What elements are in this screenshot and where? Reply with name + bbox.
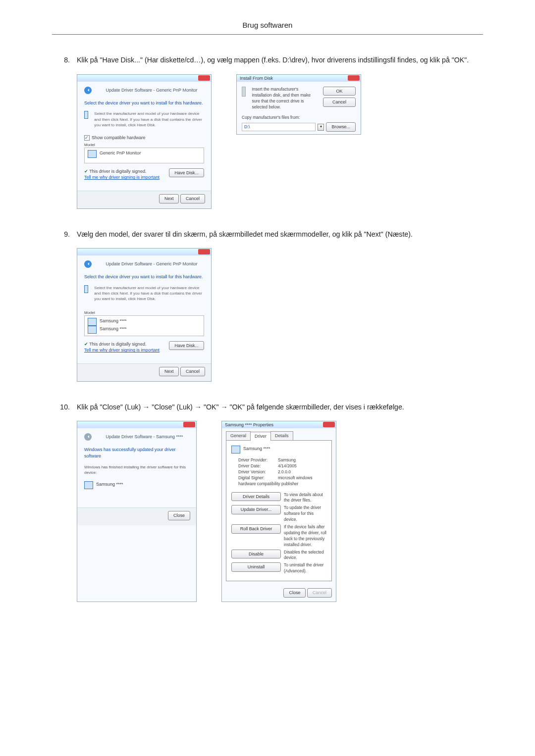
step-8-text: Klik på "Have Disk..." (Har diskette/cd…… [77, 55, 483, 65]
instruction: Select the device driver you want to ins… [84, 274, 204, 280]
cancel-button[interactable]: Cancel [180, 367, 205, 376]
ok-button[interactable]: OK [323, 87, 356, 96]
titlebar: Samsung **** Properties [222, 421, 336, 428]
show-compatible-checkbox[interactable] [84, 135, 90, 141]
have-disk-button[interactable]: Have Disk... [169, 341, 204, 351]
dialog-update-success: Update Driver Software - Samsung **** Wi… [77, 421, 197, 602]
model-item[interactable]: Samsung **** [100, 326, 127, 331]
why-signing-link[interactable]: Tell me why driver signing is important [84, 175, 160, 180]
update-driver-desc: To update the driver software for this d… [284, 505, 326, 523]
browse-button[interactable]: Browse... [326, 122, 356, 132]
step-8: 8. Klik på "Have Disk..." (Har diskette/… [52, 55, 483, 209]
success-heading: Windows has successfully updated your dr… [84, 447, 189, 459]
monitor-icon [84, 111, 88, 119]
tab-driver[interactable]: Driver [250, 432, 271, 441]
back-icon[interactable] [84, 87, 92, 94]
why-signing-link[interactable]: Tell me why driver signing is important [84, 348, 160, 353]
step-8-number: 8. [52, 55, 77, 209]
close-button[interactable]: Close [168, 511, 190, 520]
signed-label: ✔ [84, 342, 89, 347]
model-list[interactable]: Samsung **** Samsung **** [84, 315, 204, 336]
signer-label: Digital Signer: [238, 475, 278, 481]
tab-strip: GeneralDriverDetails [226, 431, 332, 440]
dialog-install-from-disk: Install From Disk Insert the manufacture… [236, 74, 361, 135]
uninstall-desc: To uninstall the driver (Advanced). [284, 562, 326, 574]
date-label: Driver Date: [238, 463, 278, 469]
show-compatible-label: Show compatible hardware [92, 135, 146, 140]
tab-general[interactable]: General [226, 431, 251, 440]
monitor-icon [84, 285, 88, 293]
step-9-number: 9. [52, 230, 77, 382]
instruction: Select the device driver you want to ins… [84, 100, 204, 106]
monitor-icon [231, 446, 240, 454]
back-icon[interactable] [84, 260, 92, 268]
header-rule [52, 34, 483, 35]
dialog-device-properties: Samsung **** Properties GeneralDriverDet… [221, 421, 336, 602]
cancel-button: Cancel [307, 588, 332, 598]
model-header: Model [84, 310, 204, 315]
copy-from-label: Copy manufacturer's files from: [242, 115, 356, 121]
provider-value: Samsung [278, 457, 296, 462]
uninstall-button[interactable]: Uninstall [231, 562, 281, 572]
instruction-sub: Select the manufacturer and model of you… [94, 285, 204, 302]
rollback-button[interactable]: Roll Back Driver [231, 524, 281, 534]
dialog-title: Samsung **** Properties [225, 422, 273, 428]
tab-details[interactable]: Details [270, 431, 293, 440]
install-message: Insert the manufacturer's installation d… [252, 87, 319, 110]
breadcrumb: Update Driver Software - Generic PnP Mon… [106, 261, 198, 266]
step-10-text: Klik på "Close" (Luk) → "Close" (Luk) → … [77, 403, 483, 412]
rollback-desc: If the device fails after updating the d… [284, 524, 326, 548]
path-dropdown-icon[interactable]: ▾ [318, 124, 324, 131]
dialog-update-driver-2: Update Driver Software - Generic PnP Mon… [77, 248, 212, 381]
driver-details-button[interactable]: Driver Details [231, 492, 281, 502]
step-9: 9. Vælg den model, der svarer til din sk… [52, 230, 483, 382]
instruction-sub: Select the manufacturer and model of you… [94, 111, 204, 128]
breadcrumb: Update Driver Software - Generic PnP Mon… [106, 88, 198, 93]
device-name: Samsung **** [243, 446, 270, 451]
signed-text: This driver is digitally signed. [89, 169, 146, 174]
step-10-number: 10. [52, 403, 77, 602]
signed-text: This driver is digitally signed. [89, 342, 146, 347]
version-label: Driver Version: [238, 469, 278, 475]
cancel-button[interactable]: Cancel [180, 194, 205, 203]
disk-icon [242, 87, 246, 97]
disable-button[interactable]: Disable [231, 550, 281, 559]
model-item[interactable]: Generic PnP Monitor [100, 151, 141, 155]
success-sub: Windows has finished installing the driv… [84, 464, 189, 475]
disable-desc: Disables the selected device. [284, 550, 326, 561]
device-name: Samsung **** [96, 482, 123, 487]
titlebar [77, 249, 211, 255]
page-header: Brug softwaren [52, 20, 483, 34]
step-10: 10. Klik på "Close" (Luk) → "Close" (Luk… [52, 403, 483, 602]
monitor-icon [88, 326, 97, 334]
have-disk-button[interactable]: Have Disk... [169, 168, 204, 178]
titlebar [77, 75, 211, 82]
breadcrumb: Update Driver Software - Samsung **** [106, 434, 183, 439]
model-header: Model [84, 142, 204, 148]
version-value: 2.0.0.0 [278, 469, 291, 474]
back-icon [84, 433, 92, 441]
monitor-icon [88, 150, 97, 158]
titlebar: Install From Disk [237, 75, 361, 82]
next-button[interactable]: Next [159, 367, 179, 376]
monitor-icon [84, 481, 93, 489]
step-9-text: Vælg den model, der svarer til din skærm… [77, 230, 483, 240]
monitor-icon [88, 318, 97, 326]
model-list[interactable]: Generic PnP Monitor [84, 148, 204, 163]
close-button[interactable]: Close [283, 588, 306, 598]
driver-details-desc: To view details about the driver files. [284, 492, 326, 504]
signed-label: ✔ [84, 169, 89, 174]
next-button[interactable]: Next [159, 194, 179, 203]
date-value: 4/14/2005 [278, 463, 297, 468]
dialog-title: Install From Disk [240, 75, 273, 82]
path-input[interactable]: D:\ [242, 123, 316, 131]
cancel-button[interactable]: Cancel [323, 98, 356, 107]
titlebar [77, 421, 196, 428]
provider-label: Driver Provider: [238, 457, 278, 463]
dialog-update-driver-1: Update Driver Software - Generic PnP Mon… [77, 74, 212, 209]
update-driver-button[interactable]: Update Driver... [231, 505, 281, 514]
model-item[interactable]: Samsung **** [100, 318, 127, 323]
